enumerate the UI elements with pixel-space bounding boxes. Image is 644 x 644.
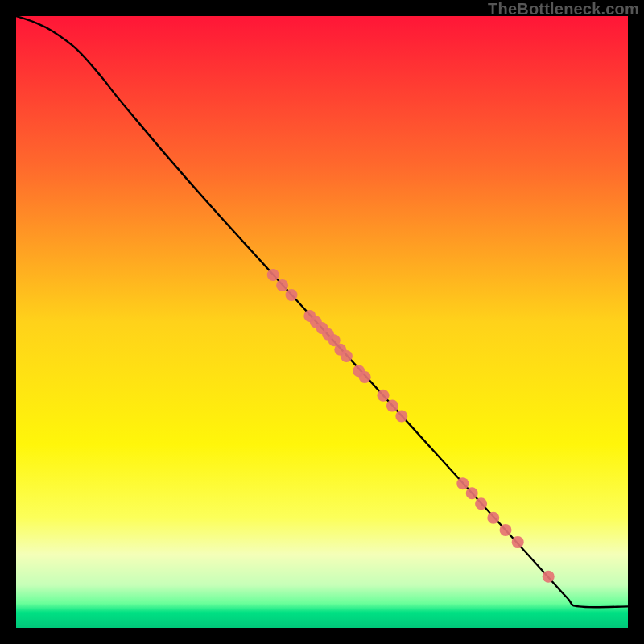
data-point <box>378 390 390 402</box>
data-point <box>475 497 487 510</box>
data-point <box>487 512 499 524</box>
data-point <box>276 279 288 291</box>
bottleneck-chart <box>16 16 628 628</box>
data-point <box>386 400 398 412</box>
data-point <box>466 487 478 499</box>
data-point <box>395 411 407 423</box>
data-point <box>500 524 512 536</box>
data-point <box>456 477 469 489</box>
gradient-background <box>16 16 628 628</box>
data-point <box>543 571 555 583</box>
data-point <box>267 269 279 281</box>
data-point <box>286 289 298 301</box>
data-point <box>359 371 371 383</box>
chart-frame: TheBottleneck.com <box>0 0 644 644</box>
data-point <box>341 350 353 362</box>
data-point <box>512 536 524 548</box>
